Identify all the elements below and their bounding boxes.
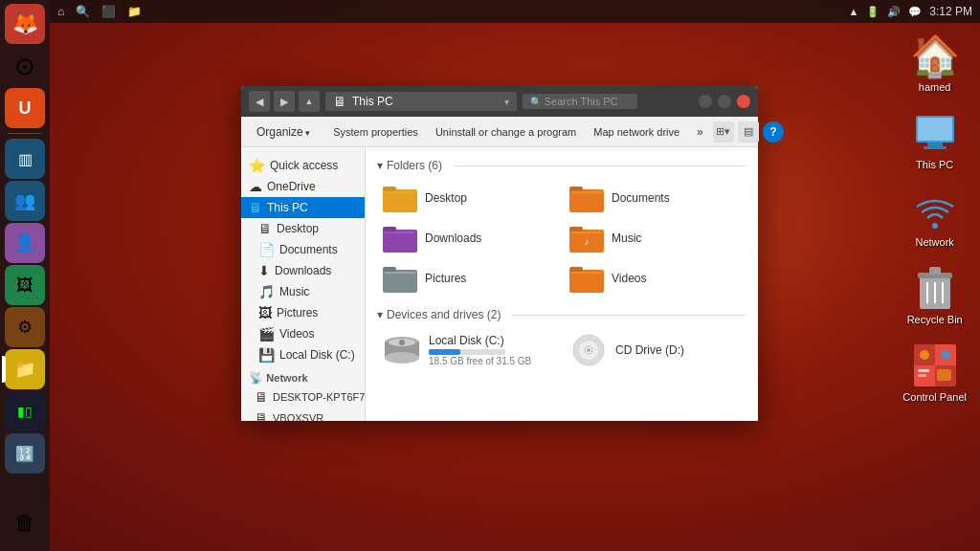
search-bar[interactable]: 🔍 Search This PC (523, 94, 637, 109)
map-network-button[interactable]: Map network drive (586, 124, 687, 140)
drive-c-bar-fill (429, 349, 460, 355)
folders-chevron[interactable]: ▾ (377, 159, 383, 172)
desktop-icons: 🏠 hamed This PC (899, 29, 970, 407)
sidebar-videos[interactable]: 🎬 Videos (241, 323, 365, 344)
svg-point-48 (587, 348, 590, 352)
view-large-icons[interactable]: ⊞▾ (713, 121, 734, 143)
documents-sidebar-icon: 📄 (258, 242, 275, 257)
view-details[interactable]: ▤ (738, 121, 759, 143)
desktop-net-icon: 🖥 (255, 389, 268, 405)
firefox-taskbar-icon[interactable]: 🦊 (5, 4, 45, 44)
maximize-button[interactable] (718, 95, 731, 108)
svg-point-42 (385, 352, 419, 364)
drives-chevron[interactable]: ▾ (377, 308, 383, 321)
explorer-window: ◀ ▶ ▲ 🖥 This PC ▾ 🔍 Search This PC Organ… (241, 86, 758, 421)
folder-downloads-item[interactable]: Downloads (377, 220, 560, 256)
calc-taskbar-icon[interactable]: 🔢 (5, 433, 45, 474)
svg-rect-1 (918, 118, 952, 141)
ubuntu-taskbar-icon[interactable]: ⊙ (5, 46, 45, 86)
uninstall-button[interactable]: Uninstall or change a program (428, 124, 584, 140)
svg-rect-2 (927, 143, 943, 146)
svg-point-16 (920, 350, 929, 360)
folders-section-header: ▾ Folders (6) (377, 159, 746, 172)
title-bar: ◀ ▶ ▲ 🖥 This PC ▾ 🔍 Search This PC (241, 86, 758, 117)
svg-point-4 (932, 223, 938, 229)
sidebar-documents[interactable]: 📄 Documents (241, 239, 365, 260)
folder-documents-item[interactable]: Documents (564, 180, 746, 216)
videos-sidebar-icon: 🎬 (258, 326, 275, 342)
drive-d-item[interactable]: CD Drive (D:) (564, 329, 746, 371)
network-icon-sidebar: 📡 (249, 371, 266, 385)
sidebar-vboxsvr[interactable]: 🖥 VBOXSVR (241, 408, 365, 421)
sidebar-music[interactable]: 🎵 Music (241, 281, 365, 302)
settings-taskbar-icon[interactable]: ⚙ (5, 307, 45, 347)
drive-c-icon (383, 333, 421, 367)
sidebar-downloads[interactable]: ⬇ Downloads (241, 260, 365, 281)
toolbar-right: ⊞▾ ▤ ? (713, 121, 784, 143)
taskbar-bottom: 🗑 (5, 503, 45, 551)
sidebar-desktop-net[interactable]: 🖥 DESKTOP-KPT6F75 (241, 386, 365, 408)
up-button[interactable]: ▲ (299, 91, 320, 112)
quick-access-icon: ⭐ (249, 158, 265, 173)
hamed-desktop-icon[interactable]: 🏠 hamed (899, 29, 970, 97)
ubuntu-logo-taskbar[interactable]: U (5, 88, 45, 128)
filemanager-taskbar-icon[interactable]: 📁 (5, 349, 45, 389)
sidebar-desktop[interactable]: 🖥 Desktop (241, 218, 365, 239)
user-taskbar-icon[interactable]: 👤 (5, 223, 45, 263)
svg-rect-22 (383, 187, 396, 191)
top-panel-right: ▲ 🔋 🔊 💬 3:12 PM (848, 5, 972, 18)
svg-rect-23 (385, 191, 415, 193)
network-desktop-icon[interactable]: Network (899, 184, 970, 252)
sidebar-onedrive[interactable]: ☁ OneDrive (241, 176, 365, 197)
more-button[interactable]: » (689, 123, 711, 141)
svg-rect-20 (937, 369, 951, 381)
folder-videos-item[interactable]: Videos (564, 260, 746, 297)
folder-desktop-item[interactable]: Desktop (377, 180, 560, 216)
drives-section-header: ▾ Devices and drives (2) (377, 308, 746, 321)
network-section-label: 📡 Network (241, 365, 365, 386)
sidebar-pictures[interactable]: 🖼 Pictures (241, 302, 365, 323)
system-properties-button[interactable]: System properties (325, 124, 426, 140)
folder-downloads-icon (383, 224, 417, 253)
recycle-bin-desktop-icon[interactable]: Recycle Bin (899, 261, 970, 329)
folder-pictures-item[interactable]: Pictures (377, 260, 560, 297)
forward-button[interactable]: ▶ (274, 91, 295, 112)
folder-music-item[interactable]: ♪ Music (564, 220, 746, 256)
svg-rect-25 (569, 187, 583, 191)
top-panel-files[interactable]: 📁 (127, 5, 142, 18)
sidebar: ⭐ Quick access ☁ OneDrive 🖥 This PC 🖥 De… (241, 147, 366, 421)
nav-controls: ◀ ▶ ▲ (249, 91, 320, 112)
folders-grid: Desktop Documents (377, 180, 746, 297)
control-panel-desktop-icon[interactable]: Control Panel (899, 339, 970, 407)
svg-rect-28 (383, 227, 396, 231)
folder-pictures-icon (383, 264, 417, 293)
sidebar-this-pc[interactable]: 🖥 This PC (241, 197, 365, 218)
top-panel-workspaces[interactable]: ⬛ (101, 5, 116, 18)
folder-music-icon: ♪ (569, 224, 604, 253)
svg-rect-36 (385, 272, 415, 274)
volume-icon: 🔊 (887, 6, 901, 18)
content-area: ⭐ Quick access ☁ OneDrive 🖥 This PC 🖥 De… (241, 147, 758, 421)
this-pc-desktop-icon[interactable]: This PC (899, 106, 970, 174)
sidebar-quick-access[interactable]: ⭐ Quick access (241, 155, 365, 176)
svg-rect-38 (569, 267, 583, 272)
libreoffice-taskbar-icon[interactable]: ▥ (5, 139, 45, 179)
drive-d-info: CD Drive (D:) (615, 343, 684, 357)
minimize-button[interactable] (699, 95, 712, 108)
drive-c-item[interactable]: Local Disk (C:) 18.5 GB free of 31.5 GB (377, 329, 560, 371)
photos-taskbar-icon[interactable]: 🖼 (5, 265, 45, 305)
close-button[interactable] (737, 95, 750, 108)
top-panel-home[interactable]: ⌂ (57, 5, 64, 18)
trash-taskbar-icon[interactable]: 🗑 (5, 503, 45, 543)
help-button[interactable]: ? (763, 121, 784, 143)
top-panel-search[interactable]: 🔍 (76, 5, 90, 18)
svg-rect-35 (383, 267, 396, 272)
terminal-taskbar-icon[interactable]: ▮▯ (5, 391, 45, 431)
sidebar-localdisk[interactable]: 💾 Local Disk (C:) (241, 344, 365, 365)
svg-rect-19 (918, 374, 926, 377)
organize-button[interactable]: Organize (249, 123, 318, 141)
back-button[interactable]: ◀ (249, 91, 270, 112)
chat-icon: 💬 (908, 6, 922, 18)
contacts-taskbar-icon[interactable]: 👥 (5, 181, 45, 221)
address-bar[interactable]: 🖥 This PC ▾ (325, 92, 517, 111)
